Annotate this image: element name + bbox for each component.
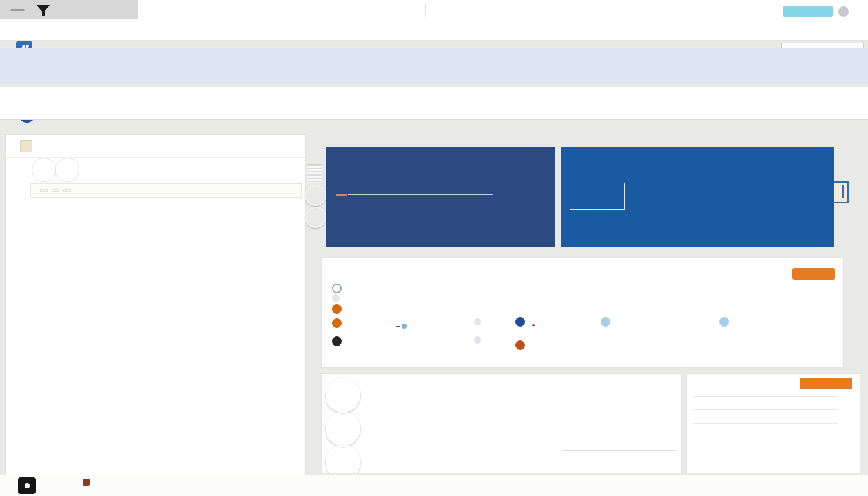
featured-item[interactable]: [719, 317, 734, 327]
lightblue-dot-icon: [601, 317, 610, 327]
promo-banner: [0, 48, 868, 84]
orange-dot-icon: [332, 304, 342, 314]
avatar: [55, 158, 79, 182]
hero-b-candlestick-chart: [626, 164, 828, 214]
red-dot-icon: [515, 340, 525, 350]
featured-cta-button[interactable]: [792, 268, 835, 280]
hero-a-accent-line: [336, 194, 347, 196]
stats-plot: [693, 396, 838, 450]
featured-item[interactable]: [474, 318, 486, 326]
community-avatar[interactable]: [326, 445, 360, 473]
toolbar-tab-2[interactable]: [52, 189, 59, 192]
toolbar-tab-1[interactable]: [40, 189, 48, 192]
featured-item[interactable]: [515, 340, 530, 350]
avatar: [32, 158, 56, 182]
ring-icon: [332, 284, 342, 293]
featured-item[interactable]: [332, 294, 344, 302]
mini-gridline: [838, 413, 856, 413]
blue-dot-icon: [402, 324, 407, 329]
footer-app-button[interactable]: [18, 477, 36, 494]
featured-item[interactable]: [394, 336, 400, 348]
lightblue-dot-icon: [719, 317, 729, 327]
featured-item[interactable]: [332, 304, 346, 314]
community-bar-chart: [562, 396, 676, 451]
featured-item[interactable]: [474, 336, 486, 344]
featured-item[interactable]: [394, 318, 407, 330]
black-dot-icon: [332, 336, 342, 346]
hero-a-baseline: [348, 194, 493, 195]
footer-bar: [0, 475, 868, 496]
signin-button[interactable]: [783, 6, 833, 17]
red-tick-icon: ▲: [531, 322, 536, 327]
dot-icon: [474, 318, 481, 326]
floating-avatar[interactable]: [305, 185, 326, 206]
mini-gridline: [838, 431, 856, 431]
funnel-icon-stem: [42, 12, 45, 16]
main-nav: [0, 87, 868, 120]
orange-dot-icon: [332, 318, 342, 328]
tab-divider: [425, 3, 426, 17]
mini-gridline: [838, 440, 856, 440]
market-widget-b-gauge: [833, 181, 849, 203]
mini-list-item[interactable]: [6, 198, 305, 203]
panel-header-icon: [20, 140, 32, 152]
drag-handle-widget[interactable]: [307, 164, 322, 183]
dot-icon: [25, 483, 30, 488]
stats-cta-button[interactable]: [800, 378, 852, 389]
dot-icon: [332, 294, 340, 302]
hero-card-futures[interactable]: [561, 147, 834, 247]
news-list-panel: [5, 134, 306, 476]
featured-item[interactable]: ▲: [515, 317, 536, 329]
profile-avatar[interactable]: [838, 6, 849, 17]
toolbar-tab-3[interactable]: [63, 189, 71, 192]
hero-b-bracket: [570, 183, 625, 210]
community-section: [321, 373, 681, 473]
featured-item[interactable]: [601, 317, 615, 327]
featured-item[interactable]: [332, 284, 346, 293]
bookmark-bar: [0, 19, 868, 41]
panel-header: [6, 135, 305, 157]
floating-avatar[interactable]: [305, 207, 326, 228]
stats-bars: [696, 395, 835, 450]
hero-a-candlestick-chart: [491, 160, 551, 231]
list-toolbar: [30, 183, 302, 198]
mini-gridline: [838, 404, 856, 404]
featured-section: ▲: [321, 257, 844, 368]
community-avatar[interactable]: [326, 411, 360, 446]
window-controls[interactable]: [10, 9, 25, 11]
stats-section: [686, 373, 860, 473]
special-list-item[interactable]: [6, 157, 305, 182]
blue-dot-icon: [515, 317, 525, 327]
community-avatar[interactable]: [326, 378, 360, 413]
value-box: [396, 326, 400, 327]
mini-gridline: [838, 422, 856, 422]
hero-card-market[interactable]: [326, 147, 555, 247]
footer-brand-icon: [83, 479, 90, 486]
featured-item[interactable]: [332, 336, 346, 346]
featured-item[interactable]: [332, 318, 346, 328]
browser-tab-strip: [0, 0, 868, 19]
dot-icon: [474, 336, 481, 344]
